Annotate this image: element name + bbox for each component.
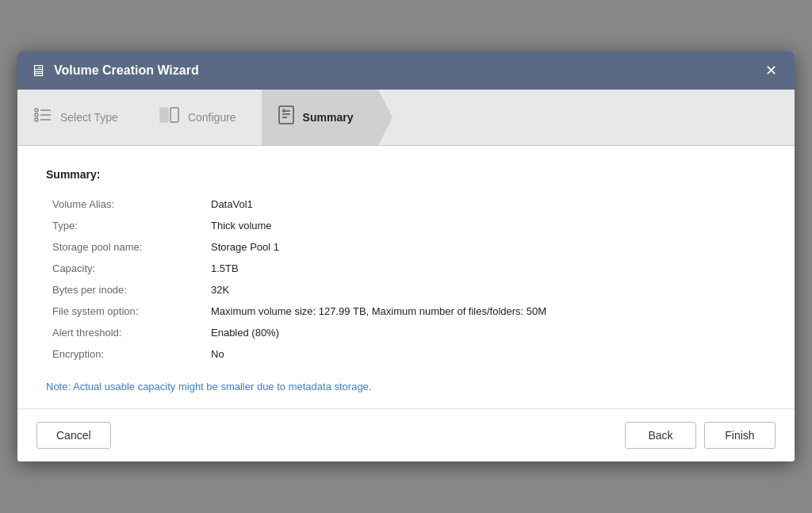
table-row: Capacity:1.5TB — [46, 258, 766, 279]
summary-icon — [278, 105, 295, 129]
finish-button[interactable]: Finish — [704, 422, 776, 449]
field-label: Alert threshold: — [46, 322, 205, 343]
field-value: 1.5TB — [205, 258, 766, 279]
field-value: Storage Pool 1 — [205, 236, 766, 258]
summary-table: Volume Alias:DataVol1Type:Thick volumeSt… — [46, 193, 766, 365]
svg-rect-12 — [282, 109, 285, 113]
footer-right: Back Finish — [625, 422, 776, 449]
wizard-steps: Select Type Configure Summa — [17, 90, 795, 146]
svg-point-2 — [35, 118, 38, 121]
configure-icon — [159, 106, 180, 128]
svg-point-1 — [35, 113, 38, 117]
wizard-icon: 🖥 — [30, 62, 46, 80]
summary-section-title: Summary: — [46, 168, 766, 181]
field-label: Storage pool name: — [46, 236, 205, 258]
field-value: No — [205, 343, 766, 365]
field-value: Enabled (80%) — [205, 322, 766, 343]
field-value: Thick volume — [205, 215, 766, 236]
table-row: Bytes per inode:32K — [46, 279, 766, 301]
title-bar: 🖥 Volume Creation Wizard ✕ — [17, 52, 795, 90]
step-configure[interactable]: Configure — [144, 90, 262, 145]
capacity-note: Note: Actual usable capacity might be sm… — [46, 381, 766, 392]
dialog-title: Volume Creation Wizard — [54, 63, 199, 78]
table-row: Encryption:No — [46, 343, 766, 365]
close-button[interactable]: ✕ — [760, 62, 782, 79]
field-value: DataVol1 — [205, 193, 766, 215]
table-row: Storage pool name:Storage Pool 1 — [46, 236, 766, 258]
svg-rect-7 — [170, 108, 178, 122]
field-label: Volume Alias: — [46, 193, 205, 215]
footer: Cancel Back Finish — [17, 408, 795, 461]
field-label: Encryption: — [46, 343, 205, 365]
table-row: Alert threshold:Enabled (80%) — [46, 322, 766, 343]
field-label: Type: — [46, 215, 205, 236]
table-row: Type:Thick volume — [46, 215, 766, 236]
table-row: File system option:Maximum volume size: … — [46, 301, 766, 322]
title-bar-left: 🖥 Volume Creation Wizard — [30, 62, 199, 80]
cancel-button[interactable]: Cancel — [36, 422, 111, 449]
step-configure-label: Configure — [188, 111, 236, 124]
field-label: Bytes per inode: — [46, 279, 205, 301]
svg-point-0 — [35, 109, 38, 112]
field-label: Capacity: — [46, 258, 205, 279]
select-type-icon — [33, 106, 52, 128]
field-label: File system option: — [46, 301, 205, 322]
table-row: Volume Alias:DataVol1 — [46, 193, 766, 215]
svg-rect-8 — [279, 106, 293, 124]
step-select-type[interactable]: Select Type — [17, 90, 144, 145]
step-select-type-label: Select Type — [60, 111, 118, 124]
step-summary-label: Summary — [303, 111, 354, 124]
summary-content: Summary: Volume Alias:DataVol1Type:Thick… — [17, 146, 795, 408]
field-value: Maximum volume size: 127.99 TB, Maximum … — [205, 301, 766, 322]
field-value: 32K — [205, 279, 766, 301]
step-summary[interactable]: Summary — [262, 90, 379, 145]
svg-rect-6 — [160, 108, 168, 122]
volume-creation-wizard: 🖥 Volume Creation Wizard ✕ Select Type — [17, 52, 795, 461]
back-button[interactable]: Back — [625, 422, 696, 449]
